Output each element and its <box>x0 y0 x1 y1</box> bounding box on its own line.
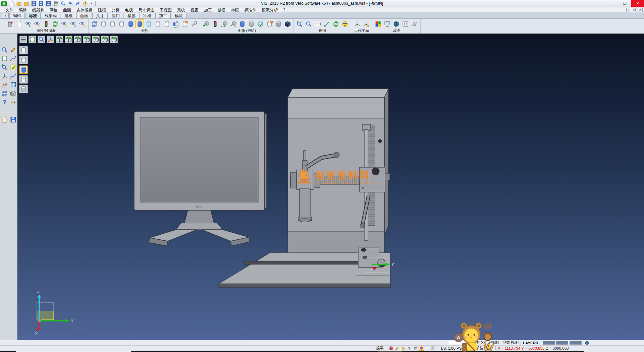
menu-item[interactable]: 冲模 <box>228 7 241 13</box>
view-front-icon[interactable] <box>83 36 91 43</box>
lock-icon[interactable] <box>400 346 406 351</box>
minimize-button[interactable]: — <box>606 0 619 7</box>
adv-cube-plusminus-icon[interactable] <box>229 19 237 28</box>
search-icon[interactable] <box>467 340 472 345</box>
filter-texture-icon[interactable] <box>19 85 28 93</box>
tab-die[interactable]: 冲模 <box>140 13 155 18</box>
save-as-icon[interactable] <box>38 0 44 7</box>
viewport-3d[interactable] <box>17 34 644 340</box>
filter-shaded-icon[interactable] <box>19 65 28 74</box>
half-grid-icon[interactable] <box>431 346 436 351</box>
adv-validate-icon[interactable] <box>256 19 265 28</box>
system-plane-icon[interactable] <box>410 19 419 28</box>
zoom-window-icon[interactable] <box>305 19 313 28</box>
menu-item[interactable]: 线架构 <box>30 7 47 13</box>
workplane-axis-icon[interactable] <box>353 19 361 28</box>
snap-book-icon[interactable] <box>388 346 394 351</box>
show-entities-icon[interactable] <box>24 19 32 28</box>
help-icon[interactable] <box>0 98 8 106</box>
adv-cube-filter-icon[interactable] <box>211 19 219 28</box>
menu-item[interactable]: 系统 <box>174 7 188 13</box>
clear-attributes-icon[interactable] <box>6 19 14 28</box>
add-to-view-icon[interactable] <box>69 19 77 28</box>
menu-item[interactable]: 编辑 <box>16 7 30 13</box>
menu-item[interactable]: 塑模 <box>215 7 228 13</box>
refresh-graphics-icon[interactable] <box>90 19 99 28</box>
zoom-dynamic-icon[interactable] <box>38 36 45 43</box>
textured-icon[interactable] <box>163 19 171 28</box>
zoom-plusminus-icon[interactable] <box>0 63 8 71</box>
adv-cube-refresh-icon[interactable] <box>220 19 228 28</box>
zoom-tool-icon[interactable] <box>0 46 8 54</box>
menu-item[interactable]: 加工 <box>201 7 215 13</box>
select-frame-icon[interactable] <box>29 36 36 43</box>
regen-shading-icon[interactable] <box>172 19 180 28</box>
print-preview-icon[interactable] <box>60 0 66 7</box>
filter-manager-icon[interactable] <box>42 19 50 28</box>
refresh-filter-icon[interactable] <box>51 19 59 28</box>
toggle-visibility-icon[interactable] <box>60 19 68 28</box>
tab-dropdown-icon[interactable]: ▼ <box>2 13 9 18</box>
view-left-icon[interactable] <box>101 36 109 43</box>
view-right-icon[interactable] <box>110 36 118 43</box>
active-layer-label[interactable]: LAYER0 <box>523 341 538 345</box>
edit-pencil-icon[interactable] <box>9 46 17 54</box>
quick-search-input[interactable] <box>449 341 464 345</box>
rotate-axis-icon[interactable] <box>0 72 8 80</box>
freeform-curve-icon[interactable] <box>9 72 17 80</box>
menu-item[interactable]: 网格 <box>47 7 60 13</box>
taskbar-app-segment[interactable] <box>16 351 131 352</box>
tab-wireframe[interactable]: 线架构 <box>41 13 60 18</box>
open-file-icon[interactable] <box>15 0 22 7</box>
grid-window-icon[interactable] <box>9 81 17 89</box>
shaded-icon[interactable] <box>126 19 135 28</box>
template-icon[interactable] <box>0 116 8 124</box>
system-display-icon[interactable] <box>383 19 391 28</box>
view-face-icon[interactable] <box>341 19 349 28</box>
shading-options-icon[interactable] <box>181 19 189 28</box>
solid-view-icon[interactable] <box>9 89 17 97</box>
adv-flag-icon[interactable] <box>265 19 274 28</box>
wireframe-icon[interactable] <box>99 19 108 28</box>
menu-item[interactable]: 曲面 <box>60 7 74 13</box>
insert-file-icon[interactable] <box>23 0 30 7</box>
absolute-view-label[interactable]: 绝对视图 <box>503 340 519 345</box>
axis-triad-icon[interactable] <box>47 36 54 43</box>
filter-flat-icon[interactable] <box>19 75 28 84</box>
adv-shaded-icon[interactable] <box>238 19 247 28</box>
adv-textured-icon[interactable] <box>247 19 256 28</box>
hide-entities-icon[interactable] <box>33 19 41 28</box>
tab-standard[interactable]: 标准 <box>25 13 41 18</box>
menu-item[interactable]: 尺寸标注 <box>136 7 157 13</box>
viewport-menu-icon[interactable] <box>19 36 27 43</box>
tab-surface[interactable]: 曲面 <box>76 13 92 18</box>
layer-color-swatch-2[interactable] <box>556 341 568 345</box>
menu-item[interactable]: 标准件 <box>241 7 259 13</box>
system-colors-icon[interactable] <box>374 19 382 28</box>
view-mode-label[interactable]: 绝对 XY 上视图 <box>472 340 499 345</box>
menu-item[interactable]: 工程图 <box>157 7 174 13</box>
print-icon[interactable] <box>52 0 59 7</box>
layer-color-swatch-3[interactable] <box>570 341 582 345</box>
view-top-icon[interactable] <box>65 36 72 43</box>
mdi-restore-button[interactable]: ❐ <box>632 8 637 12</box>
draw-pencil-icon[interactable] <box>394 346 400 351</box>
workplane-edit-icon[interactable] <box>362 19 370 28</box>
hidden-line-icon[interactable] <box>108 19 117 28</box>
adv-solid-icon[interactable] <box>283 19 292 28</box>
flat-shaded-icon[interactable] <box>154 19 162 28</box>
zoom-arrow-icon[interactable] <box>323 19 331 28</box>
attributes-icon[interactable] <box>0 81 8 89</box>
new-file-icon[interactable] <box>8 0 15 7</box>
shaded-edges-icon[interactable] <box>136 19 144 28</box>
confirm-icon[interactable] <box>9 63 17 71</box>
menu-item[interactable]: 实体编辑 <box>74 7 95 13</box>
globe-icon[interactable] <box>584 340 590 345</box>
prompt-help-icon[interactable] <box>407 346 412 351</box>
menu-item[interactable]: 电极 <box>122 7 136 13</box>
zoom-inout-icon[interactable] <box>296 19 304 28</box>
tab-dimension[interactable]: 尺寸 <box>92 13 108 18</box>
adv-cube-add-icon[interactable] <box>202 19 210 28</box>
undo-icon[interactable] <box>67 0 74 7</box>
tab-modeling[interactable]: 建模 <box>61 13 76 18</box>
